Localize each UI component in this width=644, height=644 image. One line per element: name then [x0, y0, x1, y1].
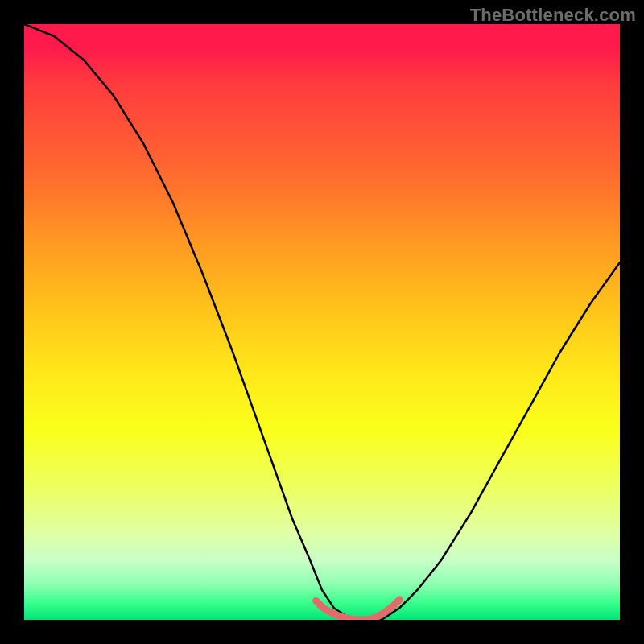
bottleneck-curve	[24, 24, 620, 620]
chart-stage: TheBottleneck.com	[0, 0, 644, 644]
watermark-label: TheBottleneck.com	[470, 5, 636, 26]
chart-svg	[24, 24, 620, 620]
chart-plot-area	[24, 24, 620, 620]
